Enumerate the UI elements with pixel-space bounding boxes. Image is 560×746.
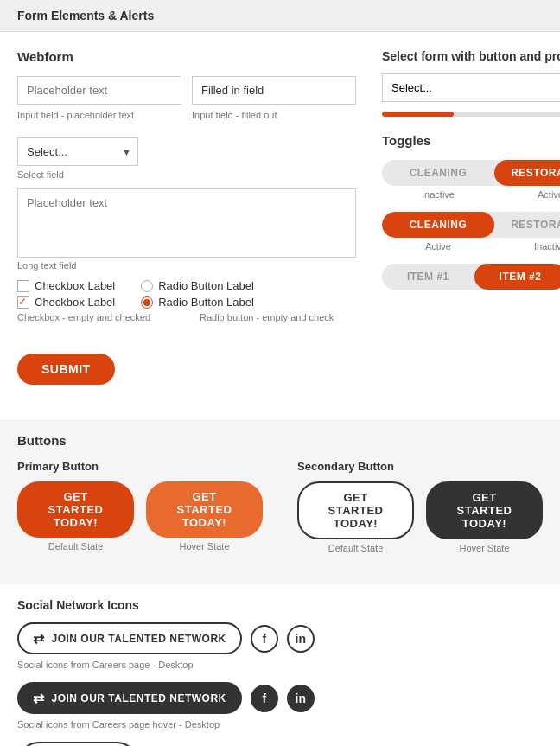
radio-checked-label: Radio Button Label [158, 296, 254, 309]
social-mobile-container: ⇄ JOIN OUR TALENTED NETWORK f in Social … [17, 742, 543, 746]
social-desktop-label: Social icons from Careers page - Desktop [17, 660, 543, 670]
share-icon-dark: ⇄ [33, 690, 45, 706]
facebook-icon-default[interactable]: f [251, 625, 278, 653]
progress-bar-track [382, 112, 560, 117]
linkedin-icon-hover[interactable]: in [287, 685, 315, 712]
radio-empty-circle[interactable] [141, 280, 153, 292]
secondary-default-state: Default State [297, 543, 414, 553]
radio-checked[interactable]: Radio Button Label [141, 296, 254, 309]
checkbox-radio-row: Checkbox Label Radio Button Label [17, 279, 356, 292]
filled-input[interactable] [192, 76, 356, 105]
toggle-label-inactive: Inactive [382, 189, 494, 200]
select-form-dropdown[interactable]: Select... [382, 73, 560, 102]
radio-desc: Radio button - empty and check [200, 312, 356, 322]
secondary-default-button[interactable]: GET STARTED TODAY! [297, 481, 414, 539]
social-network-btn-hover[interactable]: ⇄ JOIN OUR TALENTED NETWORK [17, 682, 242, 714]
select-field[interactable]: Select... [17, 137, 138, 166]
secondary-title: Secondary Button [297, 460, 543, 473]
facebook-letter: f [262, 632, 266, 646]
page-title: Form Elements & Alerts [17, 9, 154, 22]
select-form-section: Select form with button and process bar … [382, 49, 560, 385]
select-wrapper: Select... ▼ [17, 137, 138, 166]
radio-empty[interactable]: Radio Button Label [141, 279, 254, 292]
primary-row: GET STARTED TODAY! GET STARTED TODAY! [17, 481, 263, 538]
social-title: Social Network Icons [17, 598, 543, 612]
secondary-hover-button[interactable]: GET STARTED TODAY! [426, 481, 543, 539]
social-section: Social Network Icons ⇄ JOIN OUR TALENTED… [0, 584, 560, 746]
input-labels-row: Input field - placeholder text Input fie… [17, 110, 356, 129]
primary-default-state: Default State [17, 541, 134, 552]
social-row-desktop: ⇄ JOIN OUR TALENTED NETWORK f in [17, 622, 543, 654]
placeholder-input[interactable] [17, 76, 181, 105]
toggle-item2[interactable]: ITEM #2 [474, 264, 560, 290]
checkbox-empty[interactable]: Checkbox Label [17, 279, 115, 292]
select-form-title: Select form with button and process bar [382, 49, 560, 63]
input-placeholder-label: Input field - placeholder text [17, 110, 181, 120]
toggle-labels-1: Inactive Active [382, 189, 560, 200]
buttons-two-col: Primary Button GET STARTED TODAY! GET ST… [17, 460, 543, 571]
checkbox-radio-checked-row: Checkbox Label Radio Button Label [17, 296, 356, 309]
toggle-restoration-inactive[interactable]: RESTORATION [494, 212, 560, 238]
linkedin-letter-hover: in [296, 692, 306, 705]
social-network-label: JOIN OUR TALENTED NETWORK [52, 633, 226, 645]
social-network-label-hover: JOIN OUR TALENTED NETWORK [52, 692, 226, 705]
buttons-section: Buttons Primary Button GET STARTED TODAY… [0, 419, 560, 584]
radio-empty-label: Radio Button Label [158, 279, 254, 292]
webform-title: Webform [17, 49, 356, 64]
toggle-group-3: ITEM #1 ITEM #2 ITEM #3 [382, 264, 560, 290]
checkbox-empty-box[interactable] [17, 280, 29, 292]
checkbox-radio-desc-row: Checkbox - empty and checked Radio butto… [17, 312, 356, 331]
toggle-cleaning-active[interactable]: CLEANING [382, 212, 494, 238]
input-row [17, 76, 356, 105]
primary-buttons: Primary Button GET STARTED TODAY! GET ST… [17, 460, 263, 557]
primary-title: Primary Button [17, 460, 263, 473]
input-filled-label: Input field - filled out [192, 110, 356, 120]
facebook-icon-hover[interactable]: f [251, 685, 278, 712]
toggles-title: Toggles [382, 133, 560, 148]
submit-button[interactable]: SUBMIT [17, 354, 115, 385]
checkbox-empty-label: Checkbox Label [35, 279, 115, 292]
buttons-title: Buttons [17, 433, 543, 448]
linkedin-letter: in [296, 632, 306, 646]
textarea-label: Long text field [17, 260, 356, 271]
webform-section: Webform Input field - placeholder text I… [17, 49, 356, 385]
secondary-hover-state: Hover State [426, 543, 543, 553]
checkbox-checked[interactable]: Checkbox Label [17, 296, 115, 309]
toggles-section: Toggles CLEANING RESTORATION Inactive Ac… [382, 133, 560, 290]
primary-hover-state: Hover State [146, 541, 263, 552]
facebook-letter-hover: f [262, 692, 266, 705]
toggle-cleaning-inactive[interactable]: CLEANING [382, 160, 494, 186]
checkbox-desc: Checkbox - empty and checked [17, 312, 174, 322]
progress-bar-fill [382, 112, 454, 117]
secondary-row: GET STARTED TODAY! GET STARTED TODAY! [297, 481, 543, 539]
primary-state-labels: Default State Hover State [17, 541, 263, 552]
secondary-state-labels: Default State Hover State [297, 543, 543, 553]
select-label: Select field [17, 169, 356, 180]
social-row-desktop-hover: ⇄ JOIN OUR TALENTED NETWORK f in [17, 682, 543, 714]
share-icon: ⇄ [33, 630, 45, 647]
checkbox-checked-label: Checkbox Label [35, 296, 115, 309]
checkbox-checked-box[interactable] [17, 296, 29, 309]
radio-checked-circle[interactable] [141, 296, 153, 309]
linkedin-icon-default[interactable]: in [287, 625, 315, 653]
social-desktop-hover-label: Social icons from Careers page hover - D… [17, 719, 543, 730]
progress-bar-container: Question 1 of 3 [382, 109, 560, 119]
toggle-restoration-active[interactable]: RESTORATION [494, 160, 560, 186]
social-network-btn-default[interactable]: ⇄ JOIN OUR TALENTED NETWORK [17, 622, 242, 654]
textarea-field[interactable] [17, 188, 356, 258]
select-next-row: Select... NEXT [382, 73, 560, 102]
page-header: Form Elements & Alerts [0, 0, 560, 32]
toggle-label-active2: Active [382, 241, 494, 252]
social-mobile-btn[interactable]: ⇄ JOIN OUR TALENTED NETWORK [17, 742, 138, 746]
toggle-group-1: CLEANING RESTORATION [382, 160, 560, 186]
toggle-item1[interactable]: ITEM #1 [382, 264, 474, 290]
toggle-labels-2: Active Inactive [382, 241, 560, 252]
toggle-label-inactive2: Inactive [494, 241, 560, 252]
primary-hover-button[interactable]: GET STARTED TODAY! [146, 481, 263, 538]
toggle-group-2: CLEANING RESTORATION [382, 212, 560, 238]
primary-default-button[interactable]: GET STARTED TODAY! [17, 481, 134, 538]
secondary-buttons: Secondary Button GET STARTED TODAY! GET … [297, 460, 543, 557]
toggle-label-active: Active [494, 189, 560, 200]
